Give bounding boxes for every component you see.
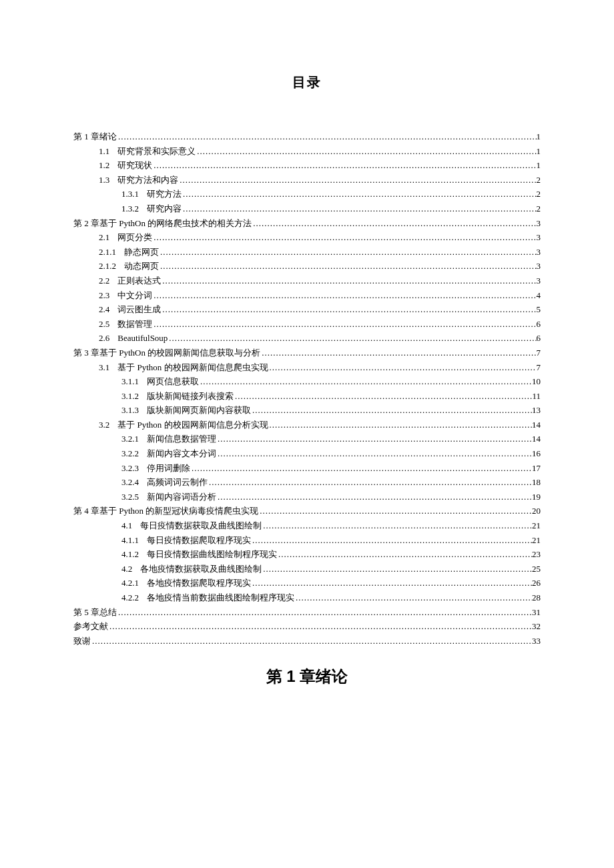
toc-leader-dots: ........................................… (159, 261, 537, 272)
toc-entry-label: 新闻内容文本分词 (139, 448, 216, 459)
toc-entry-number: 3.2.3 (121, 463, 139, 474)
toc-leader-dots: ........................................… (262, 564, 532, 574)
toc-entry-label: 新闻内容词语分析 (139, 492, 216, 502)
toc-entry: 4.1每日疫情数据获取及曲线图绘制.......................… (73, 520, 541, 531)
toc-entry: 1.3.1研究方法...............................… (73, 189, 541, 199)
toc-entry: 参考文献....................................… (73, 621, 541, 632)
toc-entry-number: 2.5 (99, 319, 109, 330)
toc-entry-label: 中文分词 (109, 290, 152, 301)
toc-leader-dots: ........................................… (152, 232, 536, 243)
toc-entry-number: 3.2.5 (121, 492, 139, 502)
toc-entry: 2.1.1静态网页...............................… (73, 247, 541, 258)
toc-entry-label: 研究背景和实际意义 (109, 146, 196, 157)
toc-entry-number: 2.4 (99, 304, 109, 315)
toc-entry: 第 2 章基于 PythOn 的网络爬虫技术的相关方法.............… (73, 218, 541, 229)
toc-entry-label: 第 1 章绪论 (73, 131, 117, 142)
toc-entry-label: 版块新闻链接列表搜索 (139, 391, 234, 402)
table-of-contents: 第 1 章绪论.................................… (73, 131, 541, 646)
toc-entry-page: 5 (537, 304, 541, 315)
toc-entry-page: 20 (532, 506, 541, 516)
toc-entry: 3.2基于 Python 的校园网新闻信息分析实现...............… (73, 420, 541, 430)
toc-entry-number: 4.1.1 (121, 535, 139, 546)
toc-entry-label: 数据管理 (109, 319, 152, 330)
toc-leader-dots: ........................................… (251, 535, 532, 546)
toc-entry: 3.1.1网页信息获取.............................… (73, 376, 541, 387)
toc-entry: 2.3中文分词.................................… (73, 290, 541, 301)
toc-entry-number: 3.1.3 (121, 405, 139, 416)
toc-leader-dots: ........................................… (294, 592, 532, 603)
toc-entry-label: 各地疫情当前数据曲线图绘制程序现实 (139, 592, 294, 603)
toc-entry: 2.4词云图生成................................… (73, 304, 541, 315)
toc-entry-page: 14 (532, 434, 541, 444)
toc-entry-page: 28 (532, 592, 541, 603)
toc-leader-dots: ........................................… (117, 607, 532, 618)
toc-entry-number: 2.1.2 (99, 261, 116, 272)
toc-entry-page: 4 (537, 290, 541, 301)
toc-entry-label: 动态网页 (116, 261, 159, 272)
toc-entry-label: 研究方法 (139, 189, 182, 199)
toc-entry-page: 7 (537, 348, 541, 358)
toc-entry-page: 2 (537, 175, 541, 185)
toc-entry-page: 19 (532, 492, 541, 502)
toc-entry-number: 3.2.4 (121, 477, 139, 488)
toc-entry-number: 2.2 (99, 276, 109, 286)
toc-entry-page: 1 (537, 131, 541, 142)
toc-entry: 4.2各地疫情数据获取及曲线图绘制.......................… (73, 564, 541, 574)
toc-leader-dots: ........................................… (182, 203, 537, 214)
toc-leader-dots: ........................................… (159, 247, 537, 258)
toc-entry-label: 各地疫情数据获取及曲线图绘制 (132, 564, 262, 574)
toc-entry: 第 1 章绪论.................................… (73, 131, 541, 142)
toc-leader-dots: ........................................… (196, 146, 536, 157)
toc-entry: 1.3研究方法和内容..............................… (73, 175, 541, 185)
toc-entry: 2.6BeautifulSoup........................… (73, 333, 541, 344)
toc-entry-page: 33 (532, 636, 541, 646)
toc-entry-number: 4.1.2 (121, 549, 139, 560)
toc-entry-page: 21 (532, 520, 541, 531)
toc-entry: 第 4 章基于 Python 的新型冠状病毒疫情爬虫实现............… (73, 506, 541, 516)
toc-entry-page: 21 (532, 535, 541, 546)
toc-leader-dots: ........................................… (260, 348, 536, 358)
toc-entry-label: 基于 Python 的校园网新闻信息分析实现 (109, 420, 268, 430)
toc-entry-number: 3.2.1 (121, 434, 139, 444)
toc-entry-number: 4.1 (121, 520, 132, 531)
toc-entry-number: 1.1 (99, 146, 109, 157)
toc-entry-page: 3 (537, 247, 541, 258)
toc-leader-dots: ........................................… (152, 319, 536, 330)
toc-leader-dots: ........................................… (216, 434, 532, 444)
toc-title: 目录 (73, 73, 541, 91)
toc-leader-dots: ........................................… (262, 520, 532, 531)
toc-entry-label: 每日疫情数据获取及曲线图绘制 (132, 520, 262, 531)
toc-entry-number: 1.3.1 (121, 189, 139, 199)
toc-entry-label: BeautifulSoup (109, 333, 168, 344)
toc-entry-page: 3 (537, 261, 541, 272)
toc-leader-dots: ........................................… (268, 362, 537, 373)
toc-entry-page: 1 (537, 160, 541, 171)
toc-entry-page: 6 (537, 319, 541, 330)
toc-entry: 1.1研究背景和实际意义............................… (73, 146, 541, 157)
toc-leader-dots: ........................................… (91, 636, 532, 646)
toc-entry-number: 1.3 (99, 175, 109, 185)
toc-entry: 3.1.2版块新闻链接列表搜索.........................… (73, 391, 541, 402)
toc-leader-dots: ........................................… (277, 549, 532, 560)
toc-entry-number: 1.3.2 (121, 203, 139, 214)
toc-entry: 4.1.1每日疫情数据爬取程序现实.......................… (73, 535, 541, 546)
toc-entry-number: 1.2 (99, 160, 109, 171)
toc-entry-number: 2.1.1 (99, 247, 116, 258)
toc-entry: 3.2.4高频词词云制作............................… (73, 477, 541, 488)
toc-entry-page: 2 (537, 203, 541, 214)
toc-entry-label: 版块新闻网页新闻内容获取 (139, 405, 251, 416)
toc-entry-page: 31 (532, 607, 541, 618)
toc-leader-dots: ........................................… (152, 290, 536, 301)
toc-entry-label: 第 3 章基于 PythOn 的校园网新闻信息获取与分析 (73, 348, 260, 358)
toc-entry-number: 3.1.2 (121, 391, 139, 402)
toc-leader-dots: ........................................… (161, 276, 536, 286)
toc-entry-number: 2.6 (99, 333, 109, 344)
toc-entry-page: 25 (532, 564, 541, 574)
toc-leader-dots: ........................................… (161, 304, 536, 315)
toc-entry-page: 17 (532, 463, 541, 474)
toc-entry: 2.1网页分类.................................… (73, 232, 541, 243)
toc-entry: 3.1.3版块新闻网页新闻内容获取.......................… (73, 405, 541, 416)
toc-entry-label: 停用词删除 (139, 463, 190, 474)
toc-entry: 2.2正则表达式................................… (73, 276, 541, 286)
toc-entry-page: 23 (532, 549, 541, 560)
